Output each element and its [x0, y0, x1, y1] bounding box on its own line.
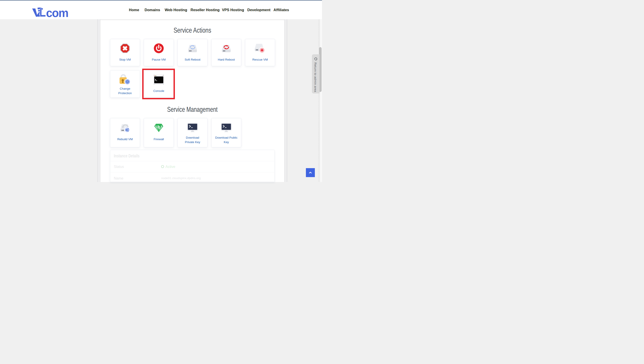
svg-text:com: com	[46, 8, 68, 18]
